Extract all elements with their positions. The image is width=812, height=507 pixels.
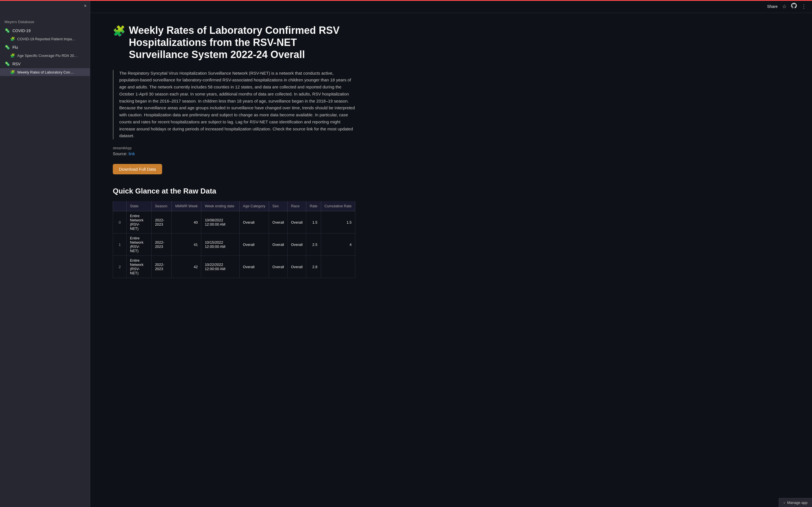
rsv-weekly-icon: 🧩 [10, 70, 15, 74]
cell-sex: Overall [269, 256, 288, 278]
flu-icon: 🦠 [4, 45, 10, 50]
col-header-race: Race [288, 201, 306, 211]
manage-app-chevron: ‹ [783, 501, 784, 505]
table-row: 1 Entire Network (RSV-NET) 2022-2023 41 … [113, 233, 355, 256]
cell-cumulative [321, 256, 355, 278]
topbar-actions: Share ☆ ⋮ [767, 3, 806, 10]
cell-mmwr: 40 [172, 211, 201, 233]
cell-index: 1 [113, 233, 126, 256]
cell-week-ending: 10/22/2022 12:00:00 AM [201, 256, 239, 278]
cell-mmwr: 42 [172, 256, 201, 278]
sidebar-category-rsv[interactable]: 🦠 RSV [0, 59, 90, 68]
sidebar-category-flu[interactable]: 🦠 Flu [0, 43, 90, 52]
rsv-label: RSV [12, 62, 20, 66]
red-accent-bar [0, 0, 812, 1]
cell-sex: Overall [269, 233, 288, 256]
raw-data-title: Quick Glance at the Raw Data [113, 187, 355, 195]
cell-mmwr: 41 [172, 233, 201, 256]
title-text: Weekly Rates of Laboratory Confirmed RSV… [129, 24, 355, 61]
cell-age: Overall [239, 256, 269, 278]
cell-sex: Overall [269, 211, 288, 233]
title-icon: 🧩 [113, 25, 125, 37]
col-header-rate: Rate [306, 201, 321, 211]
manage-app-bar[interactable]: ‹ Manage app [779, 498, 812, 507]
col-header-age: Age Category [239, 201, 269, 211]
cell-index: 0 [113, 211, 126, 233]
cell-rate: 2.5 [306, 233, 321, 256]
sidebar: × Meyers Database 🦠 COVID-19 🧩 COVID-19 … [0, 0, 90, 507]
cell-cumulative: 4 [321, 233, 355, 256]
github-icon[interactable] [791, 3, 797, 10]
flu-coverage-label: Age Specific Coverage Flu RD4 20… [17, 54, 78, 58]
flu-coverage-icon: 🧩 [10, 53, 15, 58]
cell-race: Overall [288, 256, 306, 278]
table-header-row: State Season MMWR Week Week ending date … [113, 201, 355, 211]
covid-icon: 🦠 [4, 28, 10, 33]
more-menu-icon[interactable]: ⋮ [801, 3, 806, 10]
share-button[interactable]: Share [767, 4, 777, 9]
sidebar-category-covid[interactable]: 🦠 COVID-19 [0, 26, 90, 35]
source-link[interactable]: link [129, 151, 135, 156]
sidebar-item-flu-coverage[interactable]: 🧩 Age Specific Coverage Flu RD4 20… [0, 52, 90, 59]
page-title: 🧩 Weekly Rates of Laboratory Confirmed R… [113, 24, 355, 61]
cell-season: 2022-2023 [151, 233, 172, 256]
main-content: Share ☆ ⋮ 🧩 Weekly Rates of Laboratory C… [90, 0, 812, 507]
cell-week-ending: 10/15/2022 12:00:00 AM [201, 233, 239, 256]
cell-age: Overall [239, 211, 269, 233]
description-text: The Respiratory Syncytial Virus Hospital… [119, 71, 355, 138]
col-header-state: State [126, 201, 152, 211]
topbar: Share ☆ ⋮ [90, 0, 812, 13]
cell-race: Overall [288, 211, 306, 233]
rsv-weekly-label: Weekly Rates of Laboratory Con… [17, 70, 74, 74]
page-content: 🧩 Weekly Rates of Laboratory Confirmed R… [90, 13, 372, 295]
close-sidebar-button[interactable]: × [84, 3, 87, 8]
cell-age: Overall [239, 233, 269, 256]
covid-patient-label: COVID-19 Reported Patient Impa… [17, 37, 75, 41]
sidebar-section-title: Meyers Database [0, 14, 90, 26]
sidebar-item-covid-patient[interactable]: 🧩 COVID-19 Reported Patient Impa… [0, 35, 90, 43]
col-header-season: Season [151, 201, 172, 211]
cell-rate: 2.8 [306, 256, 321, 278]
cell-season: 2022-2023 [151, 256, 172, 278]
col-header-index [113, 201, 126, 211]
table-row: 0 Entire Network (RSV-NET) 2022-2023 40 … [113, 211, 355, 233]
source-line: Source: link [113, 151, 355, 156]
rsv-icon: 🦠 [4, 61, 10, 66]
tooltip-label: streamlitApp [113, 146, 355, 150]
col-header-cumulative: Cumulative Rate [321, 201, 355, 211]
cell-race: Overall [288, 233, 306, 256]
cell-cumulative: 1.5 [321, 211, 355, 233]
cell-week-ending: 10/08/2022 12:00:00 AM [201, 211, 239, 233]
manage-app-label: Manage app [787, 501, 808, 505]
col-header-week-ending: Week ending date [201, 201, 239, 211]
cell-state: Entire Network (RSV-NET) [126, 256, 152, 278]
cell-index: 2 [113, 256, 126, 278]
cell-season: 2022-2023 [151, 211, 172, 233]
col-header-sex: Sex [269, 201, 288, 211]
cell-state: Entire Network (RSV-NET) [126, 233, 152, 256]
sidebar-item-rsv-weekly[interactable]: 🧩 Weekly Rates of Laboratory Con… [0, 68, 90, 76]
table-row: 2 Entire Network (RSV-NET) 2022-2023 42 … [113, 256, 355, 278]
covid-label: COVID-19 [12, 29, 31, 33]
description-block: The Respiratory Syncytial Virus Hospital… [113, 70, 355, 140]
cell-rate: 1.5 [306, 211, 321, 233]
star-icon[interactable]: ☆ [782, 3, 786, 10]
raw-data-table: State Season MMWR Week Week ending date … [113, 201, 355, 278]
covid-patient-icon: 🧩 [10, 37, 15, 41]
sidebar-top: × [0, 0, 90, 14]
flu-label: Flu [12, 45, 18, 50]
source-label: Source: [113, 151, 128, 156]
download-button[interactable]: Download Full Data [113, 164, 162, 174]
col-header-mmwr: MMWR Week [172, 201, 201, 211]
cell-state: Entire Network (RSV-NET) [126, 211, 152, 233]
